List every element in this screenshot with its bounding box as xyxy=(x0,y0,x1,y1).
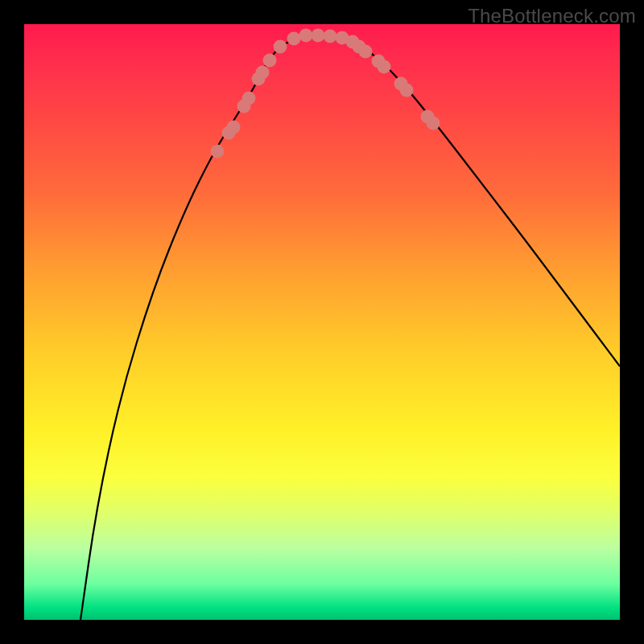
highlight-dot xyxy=(287,32,301,46)
highlight-dot xyxy=(211,145,225,159)
highlight-dot xyxy=(299,29,313,43)
watermark-text: TheBottleneck.com xyxy=(468,5,636,27)
highlight-dot xyxy=(256,66,270,80)
chart-frame: TheBottleneck.com xyxy=(0,0,644,644)
dots-layer xyxy=(211,29,440,159)
highlight-dot xyxy=(427,117,440,130)
highlight-dot xyxy=(359,45,373,59)
highlight-dot xyxy=(274,40,287,54)
highlight-dot xyxy=(242,92,256,105)
curve-layer xyxy=(80,35,620,620)
highlight-dot xyxy=(378,60,391,74)
chart-svg xyxy=(24,24,620,620)
highlight-dot xyxy=(324,30,337,43)
highlight-dot xyxy=(227,121,241,134)
highlight-dot xyxy=(400,84,414,97)
bottleneck-curve xyxy=(80,35,620,620)
plot-area xyxy=(24,24,620,620)
highlight-dot xyxy=(312,29,325,43)
highlight-dot xyxy=(263,54,277,68)
